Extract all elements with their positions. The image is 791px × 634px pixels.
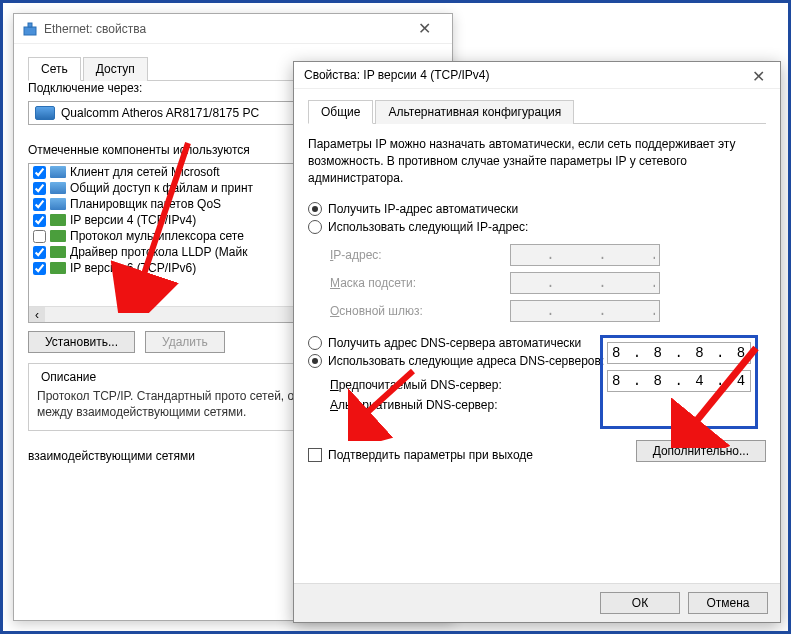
tab-alternate[interactable]: Альтернативная конфигурация bbox=[375, 100, 574, 124]
tab-access[interactable]: Доступ bbox=[83, 57, 148, 81]
protocol-icon bbox=[50, 182, 66, 194]
preferred-dns-label: Предпочитаемый DNS-сервер: bbox=[330, 378, 510, 392]
nic-icon bbox=[35, 106, 55, 120]
close-button[interactable]: ✕ bbox=[404, 15, 444, 43]
titlebar: Ethernet: свойства ✕ bbox=[14, 14, 452, 44]
component-label: Общий доступ к файлам и принт bbox=[70, 181, 253, 195]
cancel-button[interactable]: Отмена bbox=[688, 592, 768, 614]
svg-rect-1 bbox=[28, 23, 32, 27]
close-button[interactable]: ✕ bbox=[736, 62, 780, 90]
checkbox-icon bbox=[308, 448, 322, 462]
component-label: IP версии 6 (TCP/IPv6) bbox=[70, 261, 196, 275]
tab-network[interactable]: Сеть bbox=[28, 57, 81, 81]
gateway-label: Основной шлюз: bbox=[330, 304, 510, 318]
ip-address-input bbox=[510, 244, 660, 266]
description-legend: Описание bbox=[37, 370, 100, 384]
install-button[interactable]: Установить... bbox=[28, 331, 135, 353]
radio-manual-ip[interactable]: Использовать следующий IP-адрес: bbox=[308, 218, 766, 236]
component-label: Клиент для сетей Microsoft bbox=[70, 165, 220, 179]
alternate-dns-label: Альтернативный DNS-сервер: bbox=[330, 398, 510, 412]
ethernet-icon bbox=[22, 21, 38, 37]
component-checkbox[interactable] bbox=[33, 198, 46, 211]
component-checkbox[interactable] bbox=[33, 262, 46, 275]
remove-button[interactable]: Удалить bbox=[145, 331, 225, 353]
component-label: Драйвер протокола LLDP (Майк bbox=[70, 245, 247, 259]
protocol-icon bbox=[50, 246, 66, 258]
protocol-icon bbox=[50, 166, 66, 178]
ipv4-properties-window: Свойства: IP версии 4 (TCP/IPv4) ✕ Общие… bbox=[293, 61, 781, 623]
protocol-icon bbox=[50, 198, 66, 210]
radio-icon bbox=[308, 202, 322, 216]
ipv4-description: Параметры IP можно назначать автоматичес… bbox=[308, 136, 766, 186]
radio-icon bbox=[308, 336, 322, 350]
component-label: IP версии 4 (TCP/IPv4) bbox=[70, 213, 196, 227]
protocol-icon bbox=[50, 262, 66, 274]
svg-rect-0 bbox=[24, 27, 36, 35]
advanced-button[interactable]: Дополнительно... bbox=[636, 440, 766, 462]
component-checkbox[interactable] bbox=[33, 230, 46, 243]
ipv4-titlebar: Свойства: IP версии 4 (TCP/IPv4) bbox=[294, 62, 780, 89]
ip-address-label: IP-адрес: bbox=[330, 248, 510, 262]
radio-icon bbox=[308, 354, 322, 368]
alternate-dns-input[interactable] bbox=[607, 370, 751, 392]
dns-highlight-box bbox=[600, 335, 758, 429]
ok-button[interactable]: ОК bbox=[600, 592, 680, 614]
protocol-icon bbox=[50, 230, 66, 242]
component-checkbox[interactable] bbox=[33, 246, 46, 259]
window-title: Ethernet: свойства bbox=[44, 22, 404, 36]
ipv4-window-title: Свойства: IP версии 4 (TCP/IPv4) bbox=[304, 68, 490, 82]
component-checkbox[interactable] bbox=[33, 182, 46, 195]
component-label: Протокол мультиплексора сете bbox=[70, 229, 244, 243]
subnet-mask-input bbox=[510, 272, 660, 294]
radio-icon bbox=[308, 220, 322, 234]
adapter-name: Qualcomm Atheros AR8171/8175 PC bbox=[61, 106, 259, 120]
subnet-mask-label: Маска подсети: bbox=[330, 276, 510, 290]
component-checkbox[interactable] bbox=[33, 214, 46, 227]
component-label: Планировщик пакетов QoS bbox=[70, 197, 221, 211]
preferred-dns-input[interactable] bbox=[607, 342, 751, 364]
protocol-icon bbox=[50, 214, 66, 226]
tab-general[interactable]: Общие bbox=[308, 100, 373, 124]
radio-auto-ip[interactable]: Получить IP-адрес автоматически bbox=[308, 200, 766, 218]
component-checkbox[interactable] bbox=[33, 166, 46, 179]
scroll-left-icon[interactable]: ‹ bbox=[29, 307, 45, 323]
gateway-input bbox=[510, 300, 660, 322]
